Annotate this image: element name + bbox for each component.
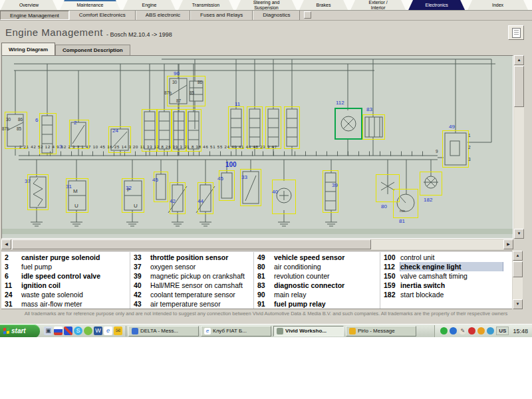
update-icon[interactable] xyxy=(477,327,485,334)
tab-overview[interactable]: Overview xyxy=(1,0,57,10)
globe-icon[interactable] xyxy=(487,327,494,334)
show-desktop-icon[interactable]: ▣ xyxy=(44,327,53,335)
menu-end-button[interactable] xyxy=(304,11,311,19)
start-button[interactable]: start xyxy=(0,325,40,338)
legend-row-selected[interactable]: 112check engine light xyxy=(380,262,507,271)
legend-name: throttle position sensor xyxy=(150,253,249,262)
legend-row[interactable]: 6idle speed control valve xyxy=(1,271,130,281)
scroll-up-icon[interactable]: ▲ xyxy=(514,55,524,65)
tab-component-description[interactable]: Component Description xyxy=(55,45,130,55)
legend-row[interactable]: 91fuel pump relay xyxy=(254,299,380,309)
ie-icon[interactable]: e xyxy=(104,327,112,335)
component-box-81[interactable] xyxy=(393,189,418,218)
word-icon[interactable]: W xyxy=(94,327,102,335)
scroll-down-icon[interactable]: ▼ xyxy=(514,229,524,239)
component-box-112-selected[interactable] xyxy=(334,108,362,140)
skype-icon[interactable]: S xyxy=(74,327,82,335)
legend-row[interactable]: 37oxygen sensor xyxy=(130,262,253,271)
legend-row[interactable]: 159inertia switch xyxy=(380,281,507,290)
print-button[interactable] xyxy=(508,25,524,40)
tab-brakes[interactable]: Brakes xyxy=(299,0,348,10)
component-box-40[interactable] xyxy=(272,180,296,214)
mail-icon[interactable]: ✉ xyxy=(114,327,122,335)
antivirus-icon[interactable] xyxy=(440,327,448,334)
diagram-label: 81 xyxy=(399,218,405,224)
legend-number: 42 xyxy=(130,290,150,299)
legend-row[interactable]: 49vehicle speed sensor xyxy=(254,253,380,262)
ru-flag-icon[interactable] xyxy=(54,327,63,335)
legend-row[interactable]: 11ignition coil xyxy=(1,281,130,290)
component-box-83[interactable] xyxy=(362,114,385,140)
legend-row[interactable]: 80air conditioning xyxy=(254,262,380,271)
tab-wiring-diagram[interactable]: Wiring Diagram xyxy=(1,43,55,55)
category-tabs: Overview Maintenance Engine Transmission… xyxy=(0,0,532,11)
window-icon xyxy=(277,328,283,334)
tab-maintenance[interactable]: Maintenance xyxy=(60,0,120,10)
task-button-delta[interactable]: DELTA - Mess... xyxy=(128,326,199,336)
component-box-11b[interactable] xyxy=(247,106,263,149)
diagram-label: 37 xyxy=(25,178,31,184)
legend-row[interactable]: 150valve camshaft timing xyxy=(380,271,507,281)
vertical-scroll-thumb[interactable] xyxy=(514,66,524,107)
pen-icon[interactable]: ✎ xyxy=(459,327,466,334)
legend-row[interactable]: 43air temperature sensor xyxy=(130,299,253,309)
horizontal-scroll-thumb[interactable] xyxy=(12,239,371,249)
legend-row[interactable]: 90main relay xyxy=(254,290,380,299)
tab-electronics[interactable]: Electronics xyxy=(408,0,465,10)
task-button-fiat-club[interactable]: e Клуб FIAT Б... xyxy=(201,326,271,336)
icq-icon[interactable] xyxy=(84,327,92,335)
scroll-right-icon[interactable]: ▶ xyxy=(503,239,513,249)
component-box-182[interactable] xyxy=(420,172,442,196)
scroll-left-icon[interactable]: ◀ xyxy=(1,239,11,249)
legend-row[interactable]: 3fuel pump xyxy=(1,262,130,271)
component-box-11d[interactable] xyxy=(284,106,300,149)
menu-diagnostics[interactable]: Diagnostics xyxy=(253,11,300,20)
diagram-label: 11 xyxy=(235,101,240,107)
diagram-horizontal-scrollbar[interactable]: ◀ ▶ xyxy=(1,239,513,249)
component-box-32[interactable] xyxy=(122,178,144,213)
tab-transmission[interactable]: Transmission xyxy=(178,0,233,10)
scroll-down-icon[interactable]: ▼ xyxy=(513,299,523,309)
component-box-11c[interactable] xyxy=(265,106,281,149)
legend-scrollbar[interactable]: ▲ ▼ xyxy=(513,251,523,309)
scroll-up-icon[interactable]: ▲ xyxy=(513,251,523,261)
uk-flag-icon[interactable] xyxy=(64,327,72,335)
legend-row[interactable]: 100control unit xyxy=(380,253,507,262)
legend-row[interactable]: 42coolant temperature sensor xyxy=(130,290,253,299)
diagram-label: 87 xyxy=(176,98,181,103)
language-indicator[interactable]: US xyxy=(496,327,509,335)
legend-row[interactable]: 81revolution counter xyxy=(254,271,380,281)
legend-name: diagnostic connector xyxy=(274,281,376,290)
tab-engine[interactable]: Engine xyxy=(123,0,176,10)
task-label: Vivid Worksho... xyxy=(285,328,327,334)
legend-row[interactable]: 24waste gate solenoid xyxy=(1,290,130,299)
component-box-45a[interactable] xyxy=(154,172,168,202)
legend-row[interactable]: 39magnetic pickup on crankshaft xyxy=(130,271,253,281)
menu-fuses-relays[interactable]: Fuses and Relays xyxy=(190,11,253,20)
menu-abs-electronic[interactable]: ABS electronic xyxy=(136,11,190,20)
component-box-49[interactable] xyxy=(442,130,469,168)
menu-engine-management[interactable]: Engine Management xyxy=(0,11,69,20)
diagram-label: 182 xyxy=(424,197,432,203)
legend-row[interactable]: 83diagnostic connector xyxy=(254,281,380,290)
task-button-pirlo-message[interactable]: Pirlo - Message xyxy=(346,326,416,336)
legend-scroll-thumb[interactable] xyxy=(513,261,523,277)
shield-icon[interactable] xyxy=(468,327,475,334)
diagram-vertical-scrollbar[interactable]: ▲ ▼ xyxy=(514,55,524,239)
legend-row[interactable]: 2canister purge solenoid xyxy=(1,253,130,262)
legend-row[interactable]: 33throttle position sensor xyxy=(130,253,253,262)
diagram-label: 2 xyxy=(74,120,76,126)
legend-name: main relay xyxy=(274,290,376,299)
tab-exterior-interior[interactable]: Exterior / Interior xyxy=(350,0,406,10)
legend-row[interactable]: 31mass air-flow meter xyxy=(1,299,130,309)
menu-comfort-electronics[interactable]: Comfort Electronics xyxy=(69,11,136,20)
tab-steering-suspension[interactable]: Steering and Suspension xyxy=(236,0,297,10)
tab-index[interactable]: Index xyxy=(467,0,528,10)
component-box-39[interactable] xyxy=(323,170,338,213)
component-box-45b[interactable] xyxy=(219,170,235,201)
legend-row[interactable]: 40Hall/MRE sensor on camshaft xyxy=(130,281,253,290)
task-button-vivid-workshop[interactable]: Vivid Worksho... xyxy=(273,326,344,336)
legend-row[interactable]: 182start blockade xyxy=(380,290,507,299)
network-icon[interactable] xyxy=(450,327,457,334)
component-box-11a[interactable] xyxy=(228,106,244,149)
